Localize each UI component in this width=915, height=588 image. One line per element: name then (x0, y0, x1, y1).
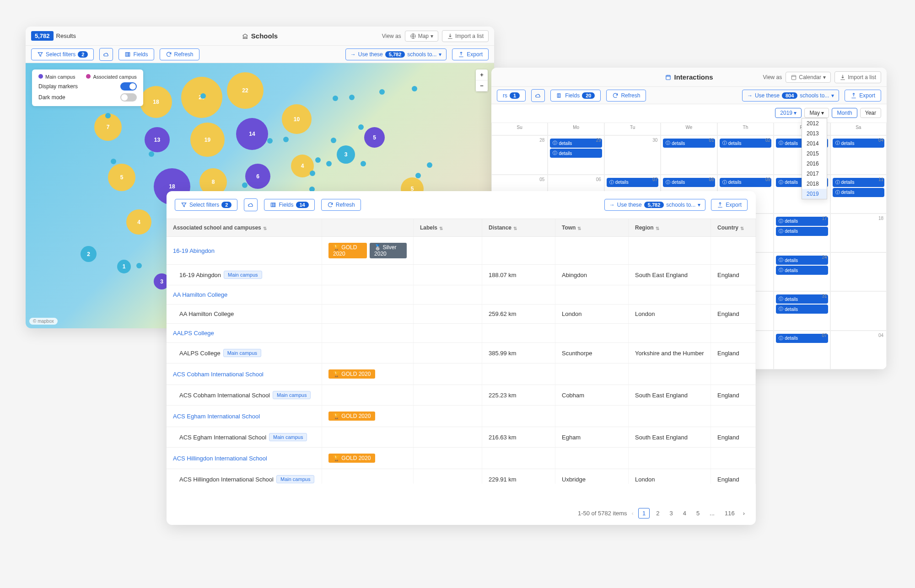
map-dot[interactable] (415, 173, 421, 178)
map-dot[interactable] (379, 89, 385, 95)
month-select[interactable]: May ▾ (804, 108, 829, 118)
calendar-cell[interactable]: 18 (830, 214, 887, 252)
event-chip[interactable]: ⓘ details (776, 334, 828, 343)
event-chip[interactable]: ⓘ details (833, 139, 884, 148)
map-dot[interactable] (315, 157, 321, 163)
page-number[interactable]: 1 (638, 508, 650, 519)
calendar-cell[interactable]: 07ⓘ details (774, 331, 830, 369)
calendar-cell[interactable]: 28 (491, 135, 548, 174)
event-chip[interactable]: ⓘ details (776, 305, 828, 314)
next-page-button[interactable]: › (743, 510, 745, 517)
column-header[interactable] (322, 219, 414, 236)
tbl-fields-button[interactable]: Fields 14 (264, 199, 314, 211)
tbl-export-button[interactable]: Export (711, 199, 748, 211)
school-name[interactable]: ACS Cobham International School (173, 371, 264, 378)
year-mode-button[interactable]: Year (860, 108, 881, 118)
tbl-refresh-button[interactable]: Refresh (321, 199, 361, 211)
table-row[interactable]: 16-19 Abingdon🏆 GOLD 2020🥈 Silver 2020 (167, 237, 756, 265)
school-name[interactable]: AALPS College (173, 330, 214, 337)
event-chip[interactable]: ⓘ details (776, 294, 828, 304)
calendar-cell[interactable]: 30 (604, 135, 661, 174)
zoom-in-button[interactable]: + (476, 69, 488, 80)
map-cluster[interactable]: 3 (337, 145, 355, 164)
zoom-out-button[interactable]: − (476, 80, 488, 91)
map-cluster[interactable]: 5 (108, 164, 135, 191)
table-row[interactable]: AA Hamilton College259.62 kmLondonLondon… (167, 305, 756, 324)
year-option[interactable]: 2014 (802, 139, 827, 149)
calendar-cell[interactable]: 01ⓘ details (661, 135, 717, 174)
cal-use-these-button[interactable]: → Use these 804 schools to... ▾ (742, 90, 839, 102)
event-chip[interactable]: ⓘ details (776, 266, 828, 275)
map-cluster[interactable]: 19 (190, 123, 225, 157)
table-row[interactable]: ACS Hillingdon International SchoolMain … (167, 469, 756, 484)
event-chip[interactable]: ⓘ details (776, 227, 828, 236)
year-option[interactable]: 2012 (802, 118, 827, 128)
fields-button[interactable]: Fields (118, 48, 154, 60)
table-row[interactable]: AALPS CollegeMain campus385.99 kmScuntho… (167, 343, 756, 363)
map-dot[interactable] (333, 96, 338, 101)
select-filters-button[interactable]: Select filters 2 (31, 48, 94, 60)
column-header[interactable]: Labels (414, 219, 482, 236)
map-cluster[interactable]: 6 (245, 164, 270, 189)
column-header[interactable]: Associated school and campuses (167, 219, 322, 236)
tbl-use-these-button[interactable]: → Use these 5,782 schools to... ▾ (604, 199, 706, 211)
page-number[interactable]: 4 (679, 508, 690, 518)
event-chip[interactable]: ⓘ details (833, 188, 884, 197)
map-dot[interactable] (412, 86, 417, 91)
map-dot[interactable] (242, 182, 248, 188)
column-header[interactable]: Distance (482, 219, 555, 236)
map-dot[interactable] (349, 95, 355, 100)
cal-viewas-select[interactable]: Calendar ▾ (786, 72, 831, 83)
cal-export-button[interactable]: Export (845, 90, 881, 102)
display-markers-toggle[interactable] (120, 82, 137, 91)
use-these-button[interactable]: → Use these 5,782 schools to... ▾ (345, 48, 447, 60)
map-cluster[interactable]: 2 (81, 246, 97, 262)
table-row[interactable]: ACS Egham International School🏆 GOLD 202… (167, 406, 756, 427)
map-dot[interactable] (310, 171, 315, 176)
map-dot[interactable] (200, 93, 206, 99)
cal-import-button[interactable]: Import a list (834, 71, 881, 83)
calendar-cell[interactable]: 04ⓘ details (830, 135, 887, 174)
event-chip[interactable]: ⓘ details (663, 139, 715, 148)
event-chip[interactable]: ⓘ details (550, 149, 602, 158)
page-number[interactable]: 5 (693, 508, 703, 518)
map-dot[interactable] (283, 137, 289, 142)
calendar-cell[interactable]: 04 (830, 331, 887, 369)
school-name[interactable]: 16-19 Abingdon (173, 247, 215, 254)
map-dot[interactable] (331, 138, 336, 143)
tbl-filters-button[interactable]: Select filters 2 (175, 199, 237, 211)
event-chip[interactable]: ⓘ details (663, 178, 715, 187)
table-row[interactable]: AALPS College (167, 324, 756, 343)
calendar-cell[interactable] (830, 291, 887, 330)
map-dot[interactable] (326, 161, 332, 166)
map-dot[interactable] (358, 124, 364, 130)
map-cluster[interactable]: 1 (117, 260, 131, 273)
year-option[interactable]: 2018 (802, 179, 827, 189)
cal-cloud-button[interactable] (531, 89, 545, 102)
table-row[interactable]: ACS Cobham International School🏆 GOLD 20… (167, 363, 756, 385)
column-header[interactable]: Town (555, 219, 629, 236)
tbl-cloud-button[interactable] (244, 198, 258, 211)
map-cluster[interactable]: 22 (227, 72, 264, 109)
refresh-button[interactable]: Refresh (160, 48, 199, 60)
table-row[interactable]: 16-19 AbingdonMain campus188.07 kmAbingd… (167, 265, 756, 285)
map-cluster[interactable]: 5 (364, 127, 385, 148)
event-chip[interactable]: ⓘ details (776, 256, 828, 265)
page-number[interactable]: 3 (666, 508, 676, 518)
year-option[interactable]: 2017 (802, 169, 827, 179)
page-number[interactable]: ... (706, 508, 718, 518)
import-list-button[interactable]: Import a list (442, 30, 489, 42)
calendar-cell[interactable]: 17ⓘ detailsⓘ details (774, 214, 830, 252)
map-dot[interactable] (149, 151, 154, 157)
export-button[interactable]: Export (452, 48, 489, 60)
cal-fields-button[interactable]: Fields 20 (550, 90, 601, 102)
cloud-button[interactable] (99, 48, 113, 61)
map-cluster[interactable]: 14 (236, 118, 268, 150)
page-number[interactable]: 116 (721, 508, 738, 518)
table-row[interactable]: AA Hamilton College (167, 285, 756, 305)
school-name[interactable]: ACS Hillingdon International School (173, 455, 267, 462)
calendar-cell[interactable]: 11ⓘ detailsⓘ details (830, 175, 887, 214)
year-dropdown[interactable]: 20122013201420152016201720182019 (802, 118, 827, 199)
year-option[interactable]: 2016 (802, 159, 827, 169)
table-row[interactable]: ACS Hillingdon International School🏆 GOL… (167, 448, 756, 469)
